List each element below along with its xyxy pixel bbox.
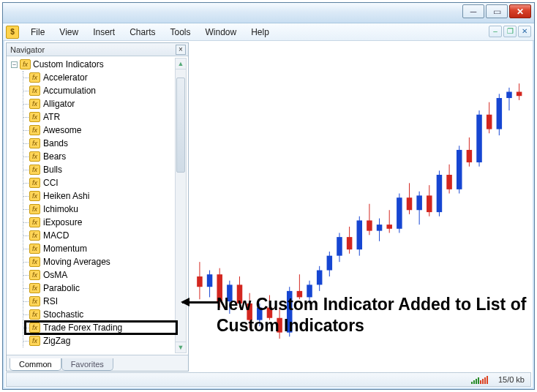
tree-item[interactable]: fxCCI: [23, 176, 188, 189]
svg-rect-43: [407, 197, 413, 210]
tree-item[interactable]: fxMACD: [23, 229, 188, 242]
svg-rect-33: [357, 220, 363, 249]
indicator-icon: fx: [29, 138, 40, 148]
status-transfer: 15/0 kb: [498, 375, 525, 384]
indicator-icon: fx: [29, 296, 40, 306]
tree-item[interactable]: fxBulls: [23, 163, 188, 176]
tree-item[interactable]: fxTrade Forex Trading: [23, 321, 188, 334]
tree-item[interactable]: fxBands: [23, 137, 188, 150]
window-minimize-button[interactable]: ─: [462, 4, 484, 18]
svg-rect-25: [317, 271, 323, 285]
tree-item[interactable]: fxATR: [23, 110, 188, 124]
navigator-header[interactable]: Navigator ×: [7, 43, 188, 56]
app-icon: $: [6, 26, 19, 39]
svg-rect-47: [427, 195, 432, 212]
titlebar[interactable]: ─ ▭ ✕: [3, 3, 534, 23]
menu-tools[interactable]: Tools: [163, 25, 198, 39]
tree-item-label: Awesome: [43, 125, 81, 135]
tree-root-label: Custom Indicators: [33, 59, 104, 69]
tree-item-label: Heiken Ashi: [43, 191, 89, 201]
svg-rect-31: [347, 237, 353, 249]
mdi-restore-button[interactable]: ❐: [503, 26, 517, 37]
tree-item[interactable]: fxAlligator: [23, 97, 188, 110]
tree-item-label: Bears: [43, 151, 66, 162]
indicator-icon: fx: [29, 178, 40, 188]
svg-rect-55: [467, 150, 473, 162]
tree-item[interactable]: fxAwesome: [23, 124, 188, 137]
tree-item[interactable]: fxHeiken Ashi: [23, 189, 188, 203]
tree-item-label: ATR: [43, 112, 60, 122]
navigator-tree: − fx Custom Indicators fxAcceleratorfxAc…: [7, 56, 188, 355]
tree-item[interactable]: fxMoving Averages: [23, 255, 188, 268]
tree-item-label: iExposure: [43, 217, 82, 227]
tree-item-label: Stochastic: [43, 309, 83, 320]
svg-rect-37: [377, 225, 383, 231]
mdi-minimize-button[interactable]: –: [489, 26, 502, 37]
indicator-icon: fx: [29, 72, 40, 83]
indicator-icon: fx: [29, 112, 40, 122]
indicator-icon: fx: [29, 99, 40, 109]
tree-item[interactable]: fxBears: [23, 150, 188, 163]
mdi-close-button[interactable]: ✕: [518, 26, 531, 37]
window-maximize-button[interactable]: ▭: [486, 4, 508, 18]
indicator-icon: fx: [29, 151, 40, 162]
svg-rect-51: [446, 175, 452, 189]
indicator-icon: fx: [29, 336, 40, 346]
svg-rect-63: [506, 92, 512, 99]
tree-item-label: Accumulation: [43, 86, 96, 96]
svg-rect-45: [416, 195, 422, 210]
tree-item[interactable]: fxParabolic: [23, 282, 188, 295]
tree-item[interactable]: fxRSI: [23, 295, 188, 308]
connection-bars-icon: [471, 375, 488, 384]
indicator-icon: fx: [29, 125, 40, 135]
scroll-down-icon[interactable]: ▼: [176, 342, 186, 353]
tree-item[interactable]: fxAccumulation: [23, 84, 188, 97]
tab-common[interactable]: Common: [10, 358, 61, 371]
tab-favorites[interactable]: Favorites: [61, 358, 113, 371]
menu-insert[interactable]: Insert: [86, 25, 122, 39]
menu-file[interactable]: File: [23, 25, 52, 39]
scroll-thumb[interactable]: [176, 78, 185, 173]
svg-rect-41: [397, 197, 402, 229]
collapse-icon[interactable]: −: [11, 61, 18, 68]
indicator-icon: fx: [29, 283, 40, 293]
svg-rect-35: [367, 220, 372, 230]
tree-item-label: Ichimoku: [43, 204, 78, 214]
tree-item-label: RSI: [43, 296, 58, 306]
svg-rect-39: [386, 225, 392, 229]
tree-item-label: Momentum: [43, 244, 87, 254]
svg-rect-53: [457, 150, 462, 189]
tree-item[interactable]: fxiExposure: [23, 216, 188, 229]
indicator-icon: fx: [29, 86, 40, 96]
menu-charts[interactable]: Charts: [122, 25, 162, 39]
svg-rect-65: [517, 92, 522, 97]
window-close-button[interactable]: ✕: [509, 4, 531, 18]
tree-item[interactable]: fxZigZag: [23, 334, 188, 347]
svg-rect-61: [497, 98, 503, 129]
menu-window[interactable]: Window: [198, 25, 244, 39]
indicator-icon: fx: [29, 230, 40, 241]
folder-icon: fx: [20, 59, 31, 69]
indicator-icon: fx: [29, 244, 40, 254]
svg-rect-3: [207, 274, 213, 287]
annotation-text: New Custom Indicator Added to List of Cu…: [217, 294, 531, 336]
tree-item-label: Alligator: [43, 99, 75, 109]
tree-item[interactable]: fxStochastic: [23, 308, 188, 321]
tree-item[interactable]: fxAccelerator: [23, 71, 188, 84]
menu-help[interactable]: Help: [244, 25, 277, 39]
svg-rect-29: [337, 237, 342, 256]
navigator-close-button[interactable]: ×: [176, 45, 186, 55]
indicator-icon: fx: [29, 270, 40, 280]
scroll-up-icon[interactable]: ▲: [176, 59, 186, 69]
tree-item[interactable]: fxIchimoku: [23, 203, 188, 216]
tree-item-label: Bands: [43, 138, 68, 148]
navigator-scrollbar[interactable]: ▲ ▼: [175, 58, 187, 353]
indicator-icon: fx: [29, 204, 40, 214]
menu-view[interactable]: View: [52, 25, 86, 39]
tree-item-label: Moving Averages: [43, 257, 110, 267]
tree-item-label: ZigZag: [43, 336, 70, 346]
tree-root-custom-indicators[interactable]: − fx Custom Indicators: [10, 58, 188, 71]
tree-item[interactable]: fxOsMA: [23, 268, 188, 282]
tree-item[interactable]: fxMomentum: [23, 242, 188, 255]
svg-rect-1: [197, 276, 203, 287]
